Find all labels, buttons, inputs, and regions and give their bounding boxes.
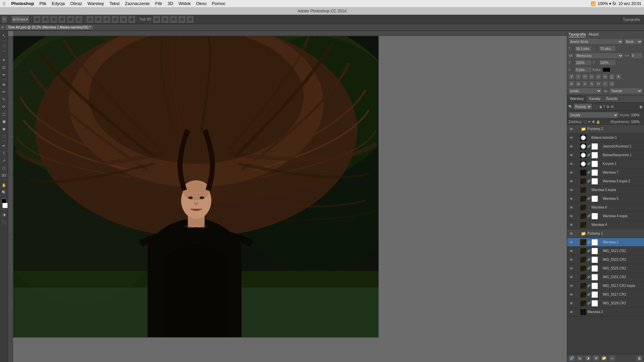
layer-visibility-toggle[interactable]: 👁 — [569, 222, 574, 228]
lock-paint[interactable]: ✏ — [588, 120, 591, 124]
layers-tab[interactable]: Warstwy — [567, 96, 587, 102]
distribute6[interactable]: ⬛ — [128, 16, 136, 23]
layer-item[interactable]: 👁🔗IMG_5517.CR2 — [567, 290, 644, 299]
layer-visibility-toggle[interactable]: 👁 — [569, 205, 574, 210]
new-layer-btn[interactable]: + — [609, 355, 615, 361]
add-style-btn[interactable]: fx — [577, 355, 583, 361]
layer-item[interactable]: 👁📁Poziomy 1 — [567, 229, 644, 238]
leading-input[interactable] — [599, 46, 616, 52]
screen-mode[interactable]: ⬛ — [1, 219, 7, 225]
blend-select[interactable]: Zwykły — [569, 112, 619, 118]
eraser-tool[interactable]: ◻ — [1, 111, 7, 117]
filter-toggle[interactable]: ◉ — [639, 105, 643, 109]
layer-visibility-toggle[interactable]: 👁 — [569, 283, 574, 289]
eyedropper-tool[interactable]: ✒ — [1, 71, 7, 78]
menu-photoshop[interactable]: Photoshop — [8, 1, 37, 6]
layer-visibility-toggle[interactable]: 👁 — [569, 275, 574, 280]
ordinals-btn[interactable]: TT — [595, 81, 601, 87]
layer-visibility-toggle[interactable]: 👁 — [569, 135, 574, 140]
filter-icon5[interactable]: ⚙ — [610, 105, 614, 109]
smallcaps-btn[interactable]: TT — [589, 74, 595, 80]
layer-item[interactable]: 👁Warstwa 5 kopia — [567, 186, 644, 194]
tab-akapit[interactable]: Akapit — [588, 32, 599, 37]
hand-tool[interactable]: ✋ — [1, 182, 7, 188]
layer-visibility-toggle[interactable]: 👁 — [569, 153, 574, 158]
align-middle[interactable]: ⬛ — [67, 16, 74, 23]
layer-visibility-toggle[interactable]: 👁 — [569, 126, 574, 132]
layer-visibility-toggle[interactable]: 👁 — [569, 301, 574, 306]
layer-item[interactable]: 👁🔗Warstwa 5 — [567, 194, 644, 203]
link-layers-btn[interactable]: 🔗 — [569, 355, 575, 361]
background-color[interactable] — [2, 203, 8, 208]
new-group-btn[interactable]: 📁 — [601, 355, 607, 361]
delete-layer-btn[interactable]: 🗑 — [636, 355, 643, 361]
font-size-input[interactable] — [575, 46, 592, 52]
layer-item[interactable]: 👁Warstwa 2 — [567, 308, 644, 316]
menu-zaznaczenie[interactable]: Zaznaczenie — [122, 1, 152, 6]
tab-typografia[interactable]: Typografia — [569, 32, 586, 37]
ligature-btn[interactable]: ffi — [569, 81, 575, 87]
swash-btn[interactable]: T — [602, 81, 608, 87]
layer-item[interactable]: 👁🔗IMG_5528.CR2 — [567, 299, 644, 308]
filter-icon1[interactable]: ⬛ — [593, 105, 598, 109]
marquee-tool[interactable]: ⬚ — [1, 42, 7, 49]
layer-visibility-toggle[interactable]: 👁 — [569, 248, 574, 254]
bold-btn[interactable]: T — [569, 74, 575, 80]
menu-tekst[interactable]: Tekst — [107, 1, 122, 6]
brush-tool[interactable]: ✏ — [1, 88, 7, 95]
canvas-scroll-area[interactable] — [8, 31, 567, 362]
paths-tab[interactable]: Ścieżki — [603, 96, 620, 102]
shape-tool[interactable]: ◻ — [1, 165, 7, 171]
underline-btn[interactable]: T — [609, 74, 615, 80]
menu-okno[interactable]: Okno — [194, 1, 209, 6]
horiz-scale-input[interactable] — [599, 60, 616, 66]
lasso-tool[interactable]: ⌒ — [1, 49, 7, 56]
history-brush[interactable]: ⟳ — [1, 103, 7, 110]
kerning-select[interactable]: Metryczny — [575, 53, 624, 59]
crop-tool[interactable]: ⊡ — [1, 64, 7, 71]
layer-item[interactable]: 👁🔗Barwa/Nasycenie 1 — [567, 151, 644, 160]
align-right[interactable]: ⬛ — [50, 16, 57, 23]
italic-btn[interactable]: T — [575, 74, 581, 80]
align-top[interactable]: ⬛ — [58, 16, 66, 23]
layer-visibility-toggle[interactable]: 👁 — [569, 231, 574, 236]
layer-item[interactable]: 👁🔗Jasność/Kontrast 1 — [567, 142, 644, 151]
layer-item[interactable]: 👁🔗Warstwa 1 — [567, 238, 644, 247]
path-select[interactable]: ↗ — [1, 157, 7, 164]
layer-item[interactable]: 👁🔗IMG_5521.CR2 — [567, 247, 644, 255]
clone-tool[interactable]: ✎ — [1, 96, 7, 103]
subscript-btn[interactable]: T1 — [602, 74, 608, 80]
fill-value[interactable]: 100% — [631, 120, 643, 124]
3d-mode3[interactable]: ⬛ — [170, 16, 177, 23]
layer-visibility-toggle[interactable]: 👁 — [569, 161, 574, 167]
distribute5[interactable]: ⬛ — [120, 16, 127, 23]
layer-item[interactable]: 👁🔗IMG_5522.CR2 — [567, 255, 644, 264]
menu-obraz[interactable]: Obraz — [67, 1, 85, 6]
3d-mode2[interactable]: ⬛ — [161, 16, 169, 23]
color-swatch[interactable] — [602, 67, 610, 72]
filter-icon3[interactable]: T — [603, 105, 605, 109]
alt-ligature-btn[interactable]: a — [575, 81, 581, 87]
menu-warstwy[interactable]: Warstwy — [85, 1, 107, 6]
apple-menu[interactable]:  — [0, 1, 8, 6]
opacity-value[interactable]: 100% — [631, 113, 643, 117]
pen-tool[interactable]: ✒ — [1, 142, 7, 149]
quick-mask[interactable]: ◑ — [1, 211, 7, 218]
zoom-tool[interactable]: 🔍 — [1, 189, 7, 196]
align-left[interactable]: ⬛ — [33, 16, 41, 23]
superscript-btn[interactable]: T1 — [595, 74, 601, 80]
distribute2[interactable]: ⬛ — [95, 16, 102, 23]
align-center[interactable]: ⬛ — [42, 16, 49, 23]
layer-visibility-toggle[interactable]: 👁 — [569, 196, 574, 201]
layer-visibility-toggle[interactable]: 👁 — [569, 214, 574, 219]
distribute1[interactable]: ⬛ — [86, 16, 94, 23]
layer-visibility-toggle[interactable]: 👁 — [569, 266, 574, 271]
menu-filtr[interactable]: Filtr — [152, 1, 165, 6]
tracking-input[interactable] — [631, 53, 643, 59]
3d-tool[interactable]: 3D — [1, 172, 7, 179]
layer-item[interactable]: 👁Warstwa 6 — [567, 203, 644, 212]
document-tab[interactable]: Fine Art.psd @ 26,2% (Warstwa 1,Maska wa… — [5, 24, 94, 30]
menu-plik[interactable]: Plik — [37, 1, 49, 6]
filter-icon2[interactable]: ◑ — [599, 105, 602, 109]
menu-edycja[interactable]: Edycja — [49, 1, 67, 6]
